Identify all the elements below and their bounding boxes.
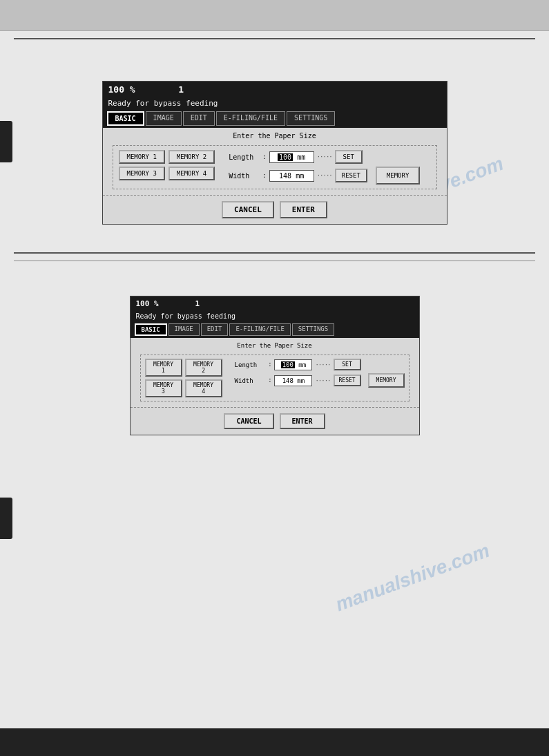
screen1-length-number: 100 (278, 153, 293, 161)
screen1-status: Ready for bypass feeding (103, 97, 447, 109)
tab2-basic[interactable]: BASIC (135, 323, 167, 336)
screen2-enter-btn[interactable]: ENTER (280, 413, 325, 429)
screen1-memory4-btn[interactable]: MEMORY 4 (168, 167, 215, 180)
middle-divider-top (14, 252, 535, 254)
tab1-basic[interactable]: BASIC (107, 111, 144, 126)
screen2-header: 100 % 1 (131, 296, 419, 311)
screen1-width-unit: mm (296, 172, 304, 180)
screen1-cancel-btn[interactable]: CANCEL (222, 201, 274, 218)
screen1-width-value: 148 mm (269, 170, 314, 182)
left-tab-bottom (0, 498, 12, 539)
screen2-body: Enter the Paper Size MEMORY 1 MEMORY 2 M (131, 338, 419, 407)
screen1-width-number: 148 (279, 172, 291, 180)
screen1-body: Enter the Paper Size MEMORY 1 MEMORY 2 M (103, 128, 447, 195)
screen2-dotted-area: MEMORY 1 MEMORY 2 MEMORY 3 MEMORY 4 (140, 355, 410, 401)
screen2-panel: 100 % 1 Ready for bypass feeding BASIC I… (130, 296, 420, 435)
screen1-instruction: Enter the Paper Size (110, 132, 440, 140)
section-1: 100 % 1 Ready for bypass feeding BASIC I… (0, 81, 549, 225)
screen2-width-number: 148 (282, 377, 293, 384)
screen2-memory4-btn[interactable]: MEMORY 4 (185, 379, 222, 397)
screen1-length-value: 100 mm (269, 151, 314, 163)
top-divider (14, 38, 535, 39)
screen1-set-btn[interactable]: SET (335, 150, 363, 164)
page-content: manualshive.com manualshive.com 100 % 1 … (0, 0, 549, 756)
screen1-percent: 100 % (108, 84, 135, 95)
tab1-settings[interactable]: SETTINGS (287, 111, 335, 126)
screen1-dotted-area: MEMORY 1 MEMORY 2 MEMORY 3 MEMORY 4 (113, 145, 437, 189)
screen1-tabbar: BASIC IMAGE EDIT E-FILING/FILE SETTINGS (103, 109, 447, 128)
screen1-length-label: Length (229, 153, 260, 161)
screen2-cancel-btn[interactable]: CANCEL (224, 413, 273, 429)
screen2-memory3-btn[interactable]: MEMORY 3 (145, 379, 182, 397)
screen1-dimensions: Length : 100 mm ····· SET (229, 150, 420, 185)
screen2-container: 100 % 1 Ready for bypass feeding BASIC I… (0, 296, 549, 435)
screen2-memory-large-btn[interactable]: MEMORY (368, 373, 405, 388)
screen1-memory2-btn[interactable]: MEMORY 2 (168, 150, 215, 164)
screen2-bottom-buttons: CANCEL ENTER (131, 407, 419, 435)
screen1-panel: 100 % 1 Ready for bypass feeding BASIC I… (102, 81, 447, 225)
screen2-status: Ready for bypass feeding (131, 311, 419, 321)
screen1-number: 1 (178, 84, 184, 95)
screen1-enter-btn[interactable]: ENTER (280, 201, 327, 218)
screen1-bottom-buttons: CANCEL ENTER (103, 195, 447, 224)
screen2-tabbar: BASIC IMAGE EDIT E-FILING/FILE SETTINGS (131, 321, 419, 338)
screen1-reset-btn[interactable]: RESET (335, 169, 367, 182)
tab2-settings[interactable]: SETTINGS (292, 323, 334, 336)
tab2-image[interactable]: IMAGE (168, 323, 200, 336)
screen2-length-number: 100 (281, 361, 295, 368)
screen1-container: 100 % 1 Ready for bypass feeding BASIC I… (0, 81, 549, 225)
screen2-memory2-btn[interactable]: MEMORY 2 (185, 359, 222, 377)
screen1-header: 100 % 1 (103, 82, 447, 97)
tab1-image[interactable]: IMAGE (146, 111, 182, 126)
screen2-length-value: 100 mm (274, 359, 312, 370)
screen2-memory-buttons: MEMORY 1 MEMORY 2 MEMORY 3 MEMORY 4 (145, 359, 222, 397)
screen2-length-unit: mm (298, 361, 306, 368)
screen2-instruction: Enter the Paper Size (137, 342, 412, 349)
screen2-length-row: Length : 100 mm ····· SET (235, 359, 405, 370)
bottom-bar (0, 728, 549, 756)
screen1-width-label: Width (229, 172, 260, 180)
middle-divider-bottom (14, 261, 535, 261)
tab2-efiling[interactable]: E-FILING/FILE (229, 323, 290, 336)
watermark-bottom: manualshive.com (333, 540, 493, 616)
section-2: 100 % 1 Ready for bypass feeding BASIC I… (0, 296, 549, 435)
screen2-length-label: Length (235, 361, 266, 368)
screen2-memory1-btn[interactable]: MEMORY 1 (145, 359, 182, 377)
screen1-length-row: Length : 100 mm ····· SET (229, 150, 420, 164)
screen2-width-value: 148 mm (274, 375, 312, 386)
top-bar (0, 0, 549, 31)
screen1-memory1-btn[interactable]: MEMORY 1 (119, 150, 165, 164)
screen2-dimensions: Length : 100 mm ····· SET (235, 359, 405, 388)
screen2-number: 1 (195, 299, 200, 308)
screen1-width-row: Width : 148 mm ····· RESET MEMORY (229, 167, 420, 185)
screen1-length-unit: mm (297, 153, 305, 161)
screen1-memory-buttons: MEMORY 1 MEMORY 2 MEMORY 3 MEMORY 4 (119, 150, 215, 180)
screen1-memory3-btn[interactable]: MEMORY 3 (119, 167, 165, 180)
screen2-reset-btn[interactable]: RESET (334, 375, 361, 386)
screen2-percent: 100 % (136, 299, 159, 308)
screen2-width-unit: mm (297, 377, 305, 384)
screen1-memory-large-btn[interactable]: MEMORY (376, 167, 421, 185)
tab1-edit[interactable]: EDIT (183, 111, 215, 126)
tab1-efiling[interactable]: E-FILING/FILE (216, 111, 285, 126)
screen2-set-btn[interactable]: SET (334, 359, 361, 370)
tab2-edit[interactable]: EDIT (201, 323, 229, 336)
screen2-width-row: Width : 148 mm ····· RESET MEMORY (235, 373, 405, 388)
screen2-width-label: Width (235, 377, 266, 384)
